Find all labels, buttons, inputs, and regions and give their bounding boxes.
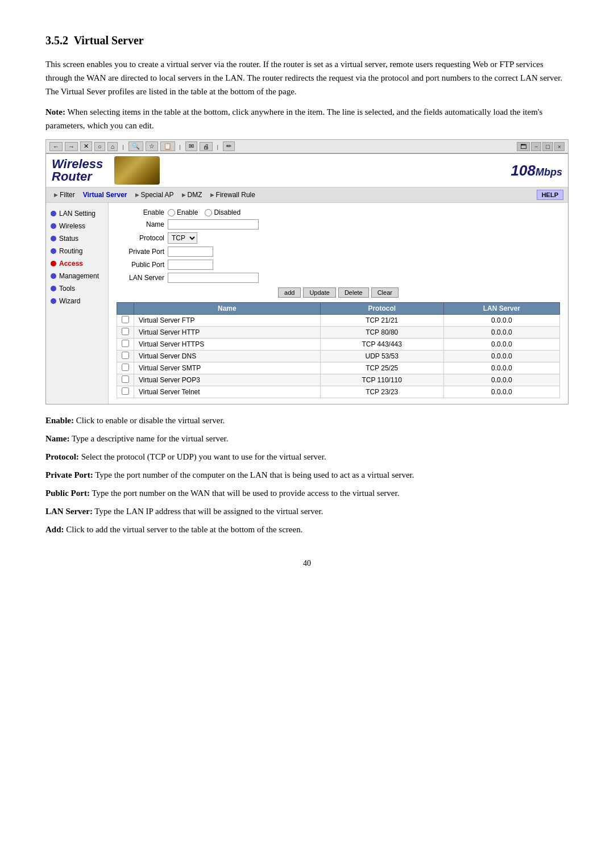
button-row: add Update Delete Clear	[117, 287, 560, 298]
nav-dmz[interactable]: ▶ DMZ	[179, 190, 206, 200]
close-button[interactable]: ×	[554, 142, 565, 151]
col-header-lan-server: LAN Server	[443, 303, 559, 315]
enable-label: Enable	[117, 208, 168, 216]
intro-paragraph-1: This screen enables you to create a virt…	[45, 57, 569, 98]
row-checkbox-cell[interactable]	[117, 350, 134, 362]
routing-dot-icon	[51, 248, 56, 254]
lan-server-row: LAN Server	[117, 273, 560, 283]
router-nav: ▶ Filter Virtual Server ▶ Special AP ▶ D…	[46, 187, 568, 203]
nav-dmz-label: DMZ	[188, 191, 202, 199]
forward-button[interactable]: →	[65, 142, 78, 151]
row-protocol: TCP 25/25	[320, 362, 443, 374]
home-button[interactable]: ⌂	[107, 142, 118, 151]
router-eagle-image	[114, 156, 160, 185]
update-button[interactable]: Update	[303, 287, 335, 298]
row-checkbox-cell[interactable]	[117, 339, 134, 350]
nav-virtual-server-label: Virtual Server	[83, 191, 127, 199]
nav-filter[interactable]: ▶ Filter	[51, 190, 78, 200]
private-port-label: Private Port	[117, 248, 168, 256]
lan-setting-dot-icon	[51, 211, 56, 216]
lan-server-input[interactable]	[168, 273, 259, 283]
private-port-input[interactable]	[168, 247, 213, 257]
row-checkbox-cell[interactable]	[117, 362, 134, 374]
clear-button[interactable]: Clear	[371, 287, 399, 298]
delete-button[interactable]: Delete	[338, 287, 369, 298]
row-checkbox[interactable]	[122, 387, 129, 395]
special-ap-arrow-icon: ▶	[135, 192, 139, 198]
edit-button[interactable]: ✏	[223, 141, 235, 151]
favorites-button[interactable]: ☆	[146, 141, 158, 151]
desc-add: Add: Click to add the virtual server to …	[45, 523, 569, 536]
disabled-radio-label[interactable]: Disabled	[205, 208, 240, 216]
disabled-radio[interactable]	[205, 209, 212, 216]
row-checkbox-cell[interactable]	[117, 327, 134, 339]
sidebar-item-wizard[interactable]: Wizard	[46, 295, 108, 307]
nav-virtual-server[interactable]: Virtual Server	[80, 190, 131, 200]
table-row[interactable]: Virtual Server SMTP TCP 25/25 0.0.0.0	[117, 362, 560, 374]
enable-radio-group: Enable Disabled	[168, 208, 240, 216]
row-checkbox[interactable]	[122, 328, 129, 335]
sidebar-lan-setting-label: LAN Setting	[59, 210, 96, 218]
row-checkbox[interactable]	[122, 316, 129, 323]
refresh-button[interactable]: ○	[94, 142, 105, 151]
public-port-input[interactable]	[168, 260, 213, 270]
desc-protocol: Protocol: Select the protocol (TCP or UD…	[45, 450, 569, 464]
sidebar-item-routing[interactable]: Routing	[46, 245, 108, 257]
public-port-row: Public Port	[117, 260, 560, 270]
nav-firewall-rule[interactable]: ▶ Firewall Rule	[207, 190, 259, 200]
dmz-arrow-icon: ▶	[182, 192, 186, 198]
sidebar-status-label: Status	[59, 235, 78, 243]
add-button[interactable]: add	[278, 287, 301, 298]
status-dot-icon	[51, 236, 56, 241]
row-name: Virtual Server Telnet	[134, 386, 321, 398]
router-panel: Wireless Router 108Mbps ▶ Filter Virtual…	[45, 153, 569, 404]
search-button[interactable]: 🔍	[128, 141, 143, 151]
desc-lan-server: LAN Server: Type the LAN IP address that…	[45, 504, 569, 518]
table-row[interactable]: Virtual Server HTTP TCP 80/80 0.0.0.0	[117, 327, 560, 339]
help-button[interactable]: HELP	[537, 190, 563, 200]
desc-name: Name: Type a descriptive name for the vi…	[45, 432, 569, 445]
descriptions: Enable: Click to enable or disable the v…	[45, 414, 569, 536]
protocol-select[interactable]: TCP UDP Both	[168, 232, 197, 244]
enable-radio[interactable]	[168, 209, 175, 216]
sidebar-item-management[interactable]: Management	[46, 270, 108, 282]
sidebar-routing-label: Routing	[59, 247, 82, 255]
stop-button[interactable]: ✕	[80, 141, 92, 151]
row-checkbox[interactable]	[122, 364, 129, 371]
sidebar-item-lan-setting[interactable]: LAN Setting	[46, 207, 108, 220]
back-button[interactable]: ←	[49, 142, 63, 151]
row-checkbox[interactable]	[122, 340, 129, 347]
sidebar-item-wireless[interactable]: Wireless	[46, 220, 108, 232]
filter-arrow-icon: ▶	[54, 192, 58, 198]
name-label: Name	[117, 220, 168, 228]
name-input[interactable]	[168, 219, 259, 229]
history-button[interactable]: 📋	[160, 141, 175, 151]
table-row[interactable]: Virtual Server FTP TCP 21/21 0.0.0.0	[117, 315, 560, 327]
nav-special-ap[interactable]: ▶ Special AP	[132, 190, 177, 200]
server-table: Name Protocol LAN Server Virtual Server …	[117, 302, 560, 398]
sidebar-item-status[interactable]: Status	[46, 232, 108, 245]
router-sidebar: LAN Setting Wireless Status Routing Acce…	[46, 203, 109, 404]
row-name: Virtual Server SMTP	[134, 362, 321, 374]
table-row[interactable]: Virtual Server DNS UDP 53/53 0.0.0.0	[117, 350, 560, 362]
enable-radio-label[interactable]: Enable	[168, 208, 198, 216]
maximize-button[interactable]: □	[542, 142, 553, 151]
row-lan-server: 0.0.0.0	[443, 315, 559, 327]
wizard-dot-icon	[51, 298, 56, 304]
sidebar-tools-label: Tools	[59, 285, 75, 293]
row-checkbox-cell[interactable]	[117, 386, 134, 398]
row-checkbox-cell[interactable]	[117, 315, 134, 327]
table-row[interactable]: Virtual Server POP3 TCP 110/110 0.0.0.0	[117, 374, 560, 386]
sidebar-wireless-label: Wireless	[59, 222, 85, 230]
table-row[interactable]: Virtual Server HTTPS TCP 443/443 0.0.0.0	[117, 339, 560, 350]
sidebar-item-access[interactable]: Access	[46, 257, 108, 270]
row-checkbox-cell[interactable]	[117, 374, 134, 386]
sidebar-item-tools[interactable]: Tools	[46, 282, 108, 295]
mail-button[interactable]: ✉	[185, 141, 197, 151]
row-protocol: TCP 23/23	[320, 386, 443, 398]
minimize-button[interactable]: −	[531, 142, 541, 151]
row-checkbox[interactable]	[122, 352, 129, 359]
print-button[interactable]: 🖨	[200, 142, 213, 151]
row-checkbox[interactable]	[122, 375, 129, 383]
table-row[interactable]: Virtual Server Telnet TCP 23/23 0.0.0.0	[117, 386, 560, 398]
